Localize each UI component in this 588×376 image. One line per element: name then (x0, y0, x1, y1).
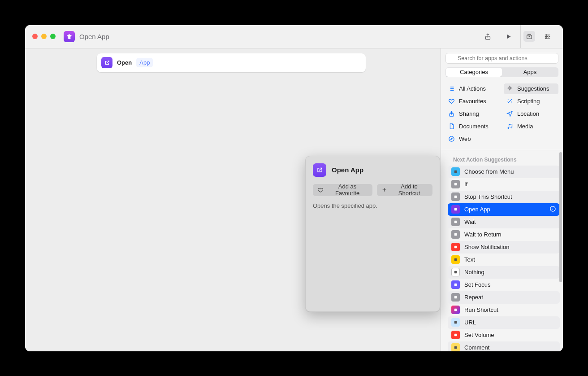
suggestion-item[interactable]: Show Notification (448, 241, 560, 254)
suggestion-item[interactable]: Open App (448, 203, 560, 216)
suggestion-label: Set Focus (464, 281, 491, 288)
svg-point-3 (548, 36, 549, 37)
svg-rect-15 (454, 221, 457, 223)
suggestion-label: Comment (464, 344, 489, 351)
safari-icon (448, 136, 455, 142)
svg-rect-24 (454, 334, 457, 337)
suggestion-label: Choose from Menu (464, 168, 514, 175)
cat-location[interactable]: Location (504, 109, 558, 119)
run-button[interactable] (502, 30, 515, 43)
svg-rect-10 (454, 171, 457, 173)
action-icon (451, 343, 460, 351)
library-toggle-button[interactable] (523, 31, 535, 42)
svg-rect-12 (454, 196, 457, 198)
suggestions-list[interactable]: Next Action Suggestions Choose from Menu… (441, 150, 563, 351)
suggestion-label: Run Shortcut (464, 306, 498, 313)
action-icon (451, 180, 460, 188)
suggestion-label: URL (464, 319, 476, 326)
suggestion-label: Set Volume (464, 332, 494, 338)
plus-icon (381, 187, 387, 193)
svg-rect-20 (454, 284, 457, 286)
minimize-button[interactable] (41, 34, 47, 39)
suggestion-item[interactable]: If (448, 178, 560, 191)
suggestion-item[interactable]: Set Volume (448, 329, 560, 341)
add-favourite-button[interactable]: Add as Favourite (313, 184, 372, 196)
scrollbar-thumb[interactable] (559, 152, 562, 282)
share-icon (448, 110, 455, 117)
suggestion-item[interactable]: Nothing (448, 266, 560, 279)
shortcuts-editor-window: Open App Open App (25, 25, 563, 351)
action-open-app[interactable]: Open App (97, 53, 366, 72)
cat-suggestions[interactable]: Suggestions (504, 83, 558, 94)
suggestion-label: Open App (464, 206, 490, 213)
titlebar: Open App (25, 25, 563, 48)
tab-apps[interactable]: Apps (502, 68, 558, 77)
action-label: Open (117, 59, 132, 66)
cat-web[interactable]: Web (445, 134, 500, 144)
suggestion-item[interactable]: Run Shortcut (448, 304, 560, 316)
info-icon[interactable] (549, 205, 556, 214)
suggestion-label: Show Notification (464, 244, 509, 250)
settings-button[interactable] (540, 30, 554, 43)
action-icon (451, 192, 460, 201)
svg-rect-18 (454, 258, 457, 261)
open-app-icon (101, 57, 112, 68)
list-icon (448, 85, 455, 92)
action-param-app[interactable]: App (136, 58, 153, 67)
cat-all-actions[interactable]: All Actions (445, 83, 500, 94)
suggestion-label: Nothing (464, 269, 484, 275)
action-icon (451, 268, 460, 276)
cat-favourites[interactable]: Favourites (445, 96, 500, 107)
traffic-lights (32, 34, 56, 39)
svg-rect-16 (454, 233, 457, 236)
segmented-control[interactable]: Categories Apps (445, 67, 558, 77)
canvas[interactable]: Open App Open App Add as Favourite (25, 48, 441, 351)
search-input[interactable] (445, 53, 558, 64)
cat-documents[interactable]: Documents (445, 121, 500, 132)
action-icon (451, 255, 460, 264)
action-icon (451, 218, 460, 226)
wand-icon (506, 98, 513, 105)
suggestion-label: Wait (464, 219, 476, 225)
cat-sharing[interactable]: Sharing (445, 109, 500, 119)
tab-categories[interactable]: Categories (446, 68, 502, 77)
svg-rect-23 (454, 321, 457, 324)
suggestion-item[interactable]: Comment (448, 341, 560, 351)
window-title: Open App (79, 33, 109, 40)
svg-point-4 (545, 37, 547, 39)
heart-icon (448, 98, 455, 105)
svg-rect-19 (454, 271, 457, 274)
popover-title: Open App (332, 166, 363, 174)
suggestion-item[interactable]: Text (448, 254, 560, 266)
action-icon (451, 293, 460, 302)
suggestion-item[interactable]: Stop This Shortcut (448, 191, 560, 203)
suggestion-label: Repeat (464, 294, 483, 301)
library-sidebar: Categories Apps All Actions Suggestions … (441, 48, 563, 351)
svg-point-8 (511, 127, 512, 128)
suggestion-item[interactable]: Repeat (448, 291, 560, 304)
suggestion-item[interactable]: Wait (448, 216, 560, 228)
action-icon (451, 230, 460, 239)
suggestion-item[interactable]: Wait to Return (448, 228, 560, 241)
add-to-shortcut-button[interactable]: Add to Shortcut (377, 184, 432, 196)
svg-rect-22 (454, 309, 457, 311)
suggestion-item[interactable]: Set Focus (448, 279, 560, 291)
categories-grid: All Actions Suggestions Favourites Scrip… (441, 82, 563, 150)
action-icon (451, 306, 460, 314)
suggestion-item[interactable]: Choose from Menu (448, 166, 560, 178)
svg-point-2 (545, 34, 547, 35)
svg-rect-11 (454, 183, 457, 186)
suggestion-label: Stop This Shortcut (464, 193, 512, 200)
popover-icon (313, 163, 326, 177)
titlebar-divider (520, 25, 521, 48)
suggestion-item[interactable]: URL (448, 316, 560, 329)
cat-scripting[interactable]: Scripting (504, 96, 558, 107)
action-icon (451, 280, 460, 289)
heart-icon (317, 187, 324, 193)
zoom-button[interactable] (50, 34, 56, 39)
share-button[interactable] (481, 30, 494, 43)
close-button[interactable] (32, 34, 38, 39)
cat-media[interactable]: Media (504, 121, 558, 132)
action-icon (451, 243, 460, 251)
sparkle-icon (506, 85, 513, 92)
